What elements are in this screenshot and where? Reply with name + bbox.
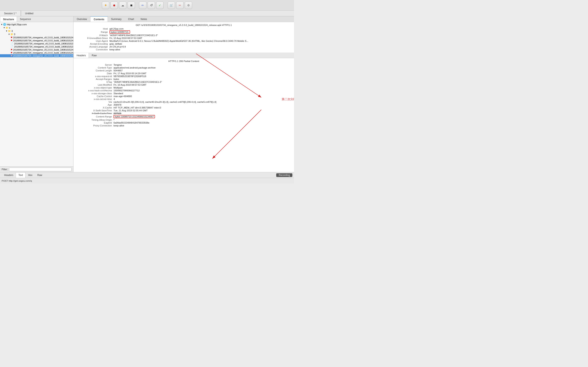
bottom-tab-hex[interactable]: Hex <box>26 173 35 178</box>
tree-item-3a[interactable]: ▼ 📁 3 <box>0 29 73 33</box>
scissors-icon: ✂ <box>179 4 181 7</box>
resp-key-ct: Content-Type <box>77 67 113 69</box>
file-tree: ▼ 🌐 http://gdl.25pp.com ▼ 📁 s ▼ 📁 3 <box>0 22 73 166</box>
resp-val-osshash: 15009027999366227712 <box>113 89 291 92</box>
left-panel: Structure Sequence ▼ 🌐 http://gdl.25pp.c… <box>0 16 73 172</box>
resp-val-xsct: 207525 <box>113 112 291 115</box>
req-key-al: Accept-Language <box>77 45 109 48</box>
resp-pc-row: Proxy-Connection keep-alive <box>73 124 294 127</box>
filter-label: Filter: <box>2 168 8 171</box>
subtab-raw[interactable]: Raw <box>89 53 99 58</box>
session-tab-right[interactable]: Untitled <box>21 11 294 16</box>
request-ifmatch-row: If-Match "A050F74B9FE36A2B62116E07C334D1… <box>73 34 294 37</box>
bottom-tab-raw[interactable]: Raw <box>35 173 45 178</box>
resp-key-ossst: x-oss-server-time <box>77 98 113 100</box>
tab-summary[interactable]: Summary <box>108 16 125 22</box>
check-button[interactable]: ✓ <box>156 2 164 9</box>
resp-date-row: Date Fri, 17 Aug 2018 05:14:29 GMT <box>73 72 294 75</box>
tree-item-3b[interactable]: ▼ 📁 3 <box>0 33 73 36</box>
req-key-ua: User-Agent <box>77 40 109 42</box>
select-tool-button[interactable]: ✦ <box>102 2 109 9</box>
arrow-icon-3b: ▼ <box>8 33 10 35</box>
req-val-conn: keep-alive <box>109 48 291 51</box>
resp-osshash-row: x-oss-hash-crc64ecma 1500902799936622771… <box>73 89 294 92</box>
folder-icon-3b: 📁 <box>10 33 13 36</box>
arrow-icon-s: ▼ <box>3 27 5 29</box>
error-icon-2: ✖ <box>11 39 12 42</box>
resp-val-osssc: Standard <box>113 92 291 95</box>
filter-input[interactable] <box>9 167 72 171</box>
status-text: POST http://get.sogou.com/q <box>2 180 32 182</box>
settings-button[interactable]: ⚙ <box>185 2 192 9</box>
tab-structure[interactable]: Structure <box>0 17 17 22</box>
resp-val-lm: Fri, 10 Aug 2018 08:57:53 GMT <box>113 83 291 86</box>
tree-item-root[interactable]: ▼ 🌐 http://gdl.25pp.com <box>0 23 73 26</box>
request-area: GET /s/3/3/20180810165734_ninegame_v5.2.… <box>73 22 294 53</box>
response-subtabs: Headers Raw <box>73 53 294 58</box>
tree-item-file4[interactable]: 📄 20180810165734_ninegame_v5.2.0.0_build… <box>0 45 73 48</box>
cloud-icon: ☁ <box>121 4 124 7</box>
request-conn-row: Connection keep-alive <box>73 48 294 51</box>
tree-label-s: s <box>9 26 10 29</box>
tab-overview[interactable]: Overview <box>73 16 90 22</box>
req-val-ifunmod: Fri, 10 Aug 2018 08:57:53 GMT <box>109 37 291 39</box>
recording-button[interactable]: Recording <box>276 173 292 177</box>
req-key-ae: Accept-Encoding <box>77 43 109 45</box>
tab-sequence[interactable]: Sequence <box>17 16 34 22</box>
record-button[interactable]: ⏺ <box>111 2 118 9</box>
tree-label-file5: 20180810165734_ninegame_v5.2.0.0_build_1… <box>13 49 73 51</box>
resp-val-ct: application/vnd.android.package-archive <box>113 67 291 69</box>
pencil-button[interactable]: ✏ <box>139 2 146 9</box>
tree-item-file6[interactable]: ✖ 20180810165734_ninegame_v5.2.0.0_build… <box>0 51 73 54</box>
tab-contents[interactable]: Contents <box>90 16 108 22</box>
resp-ossot-row: x-oss-object-type Multipart <box>73 86 294 89</box>
resp-xsct-row: X-Swift-CacheTime 207525 <box>73 112 294 115</box>
req-val-range: bytes=10089710- <box>109 30 130 34</box>
tab-chart[interactable]: Chart <box>125 16 137 22</box>
resp-val-tao: * <box>113 119 291 121</box>
response-status-row: HTTP/1.1 206 Partial Content <box>73 60 294 63</box>
tree-item-file7[interactable]: ✖ 20180810165734_ninegame_v5.2.0.0_build… <box>0 54 73 57</box>
scissors-button[interactable]: ✂ <box>176 2 183 9</box>
tree-item-file3[interactable]: 📄 20180810165734_ninegame_v5.2.0.0_build… <box>0 42 73 45</box>
resp-val-xcache: HIT TCP_MEM_HIT dirn:0:385738847 mlen:0 <box>113 106 291 109</box>
bottom-tab-headers[interactable]: Headers <box>2 173 16 178</box>
stop-icon: ⏹ <box>130 4 133 7</box>
tree-item-file1[interactable]: ✖ 20180810165734_ninegame_v5.2.0.0_build… <box>0 36 73 39</box>
resp-key-eagle: EagleId <box>77 122 113 124</box>
stop-button[interactable]: ⏹ <box>128 2 135 9</box>
basket-button[interactable]: 🛒 <box>168 2 175 9</box>
cloud-button[interactable]: ☁ <box>119 2 126 9</box>
req-key-ifmatch: If-Match <box>77 34 109 36</box>
globe-icon: 🌐 <box>3 23 6 26</box>
response-area: HTTP/1.1 206 Partial Content Server Teng… <box>73 58 294 172</box>
subtab-headers[interactable]: Headers <box>73 53 89 58</box>
req-key-range: Range <box>77 31 109 33</box>
resp-val-ossst: 4 <box>113 98 291 100</box>
tree-item-file2[interactable]: ✖ 20180810165734_ninegame_v5.2.0.0_build… <box>0 39 73 42</box>
resp-via-row: Via cache13.l2nu20-3[0,206-0,H], cache40… <box>73 100 294 103</box>
refresh-button[interactable]: ↺ <box>148 2 155 9</box>
session-tab-left[interactable]: Session 1 * <box>0 11 21 16</box>
check-icon: ✓ <box>159 4 161 7</box>
resp-key-lm: Last-Modified <box>77 83 113 86</box>
request-ae-row: Accept-Encoding gzip, deflate <box>73 42 294 45</box>
resp-val-age: 358978 <box>113 104 291 106</box>
tree-label-file6: 20180810165734_ninegame_v5.2.0.0_build_1… <box>13 52 73 54</box>
tab-notes[interactable]: Notes <box>138 16 150 22</box>
content-tabs: Overview Contents Summary Chart Notes <box>73 16 294 22</box>
resp-ar-row: Accept-Ranges bytes <box>73 78 294 81</box>
tree-item-s[interactable]: ▼ 📁 s <box>0 26 73 29</box>
resp-val-date: Fri, 17 Aug 2018 05:14:29 GMT <box>113 72 291 75</box>
refresh-icon: ↺ <box>150 3 153 7</box>
tree-label-root: http://gdl.25pp.com <box>7 23 27 26</box>
session-bar: Session 1 * Untitled <box>0 11 294 16</box>
tree-label-3a: 3 <box>11 30 13 32</box>
request-range-row: Range bytes=10089710- <box>73 30 294 34</box>
resp-key-xcache: X-Cache <box>77 106 113 109</box>
resp-xsst-row: X-Swift-SaveTime Tue, 21 Aug 2018 02:55:… <box>73 109 294 112</box>
tree-item-file5[interactable]: ✖ 20180810165734_ninegame_v5.2.0.0_build… <box>0 48 73 51</box>
resp-val-eagle: 6a0fda991534848418478033508e <box>113 122 291 124</box>
request-host-row: Host gdl.25pp.com <box>73 27 294 30</box>
bottom-tab-text[interactable]: Text <box>16 172 26 178</box>
